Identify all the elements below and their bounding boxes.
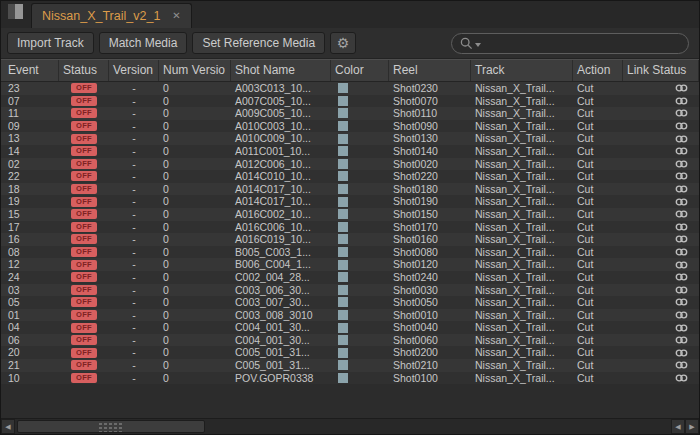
reel-cell[interactable]: Shot0050 [389, 296, 471, 309]
color-swatch[interactable] [338, 272, 348, 282]
status-badge[interactable]: OFF [71, 260, 97, 270]
scroll-left-button-2[interactable]: ◀ [671, 419, 685, 434]
color-swatch[interactable] [338, 83, 348, 93]
column-header-event[interactable]: Event [1, 60, 59, 81]
close-icon[interactable]: ✕ [172, 11, 180, 21]
search-filter-dropdown-icon[interactable] [475, 43, 481, 47]
horizontal-scrollbar[interactable]: ◀ ◀ ▶ [1, 418, 699, 434]
reel-cell[interactable]: Shot0230 [389, 82, 471, 95]
link-icon[interactable] [675, 171, 688, 181]
link-icon[interactable] [675, 108, 688, 118]
table-row[interactable]: 05 OFF - 0 C003_007_30... Shot0050 Nissa… [1, 296, 699, 309]
column-header-status[interactable]: Status [59, 60, 109, 81]
table-row[interactable]: 18 OFF - 0 A014C017_10... Shot0180 Nissa… [1, 183, 699, 196]
reel-cell[interactable]: Shot0160 [389, 233, 471, 246]
color-swatch[interactable] [338, 373, 348, 383]
shot-name-cell[interactable]: C005_001_31... [231, 359, 331, 372]
version-cell[interactable]: - [109, 82, 159, 95]
table-row[interactable]: 04 OFF - 0 C004_001_30... Shot0040 Nissa… [1, 321, 699, 334]
status-badge[interactable]: OFF [71, 272, 97, 282]
status-badge[interactable]: OFF [71, 134, 97, 144]
version-cell[interactable]: - [109, 271, 159, 284]
version-cell[interactable]: - [109, 183, 159, 196]
table-row[interactable]: 07 OFF - 0 A007C005_10... Shot0070 Nissa… [1, 95, 699, 108]
color-swatch[interactable] [338, 260, 348, 270]
status-badge[interactable]: OFF [71, 159, 97, 169]
scrollbar-thumb[interactable] [17, 420, 205, 433]
link-icon[interactable] [675, 297, 688, 307]
link-icon[interactable] [675, 348, 688, 358]
shot-name-cell[interactable]: C002_004_28... [231, 271, 331, 284]
version-cell[interactable]: - [109, 246, 159, 259]
shot-name-cell[interactable]: A016C019_10... [231, 233, 331, 246]
version-cell[interactable]: - [109, 221, 159, 234]
reel-cell[interactable]: Shot0020 [389, 158, 471, 171]
color-swatch[interactable] [338, 285, 348, 295]
column-header-num-versions[interactable]: Num Versio [159, 60, 231, 81]
reel-cell[interactable]: Shot0090 [389, 120, 471, 133]
link-icon[interactable] [675, 159, 688, 169]
table-row[interactable]: 01 OFF - 0 C003_008_3010 Shot0010 Nissan… [1, 309, 699, 322]
set-reference-media-button[interactable]: Set Reference Media [192, 32, 325, 54]
shot-name-cell[interactable]: A011C001_10... [231, 145, 331, 158]
version-cell[interactable]: - [109, 296, 159, 309]
status-badge[interactable]: OFF [71, 310, 97, 320]
status-badge[interactable]: OFF [71, 83, 97, 93]
table-row[interactable]: 15 OFF - 0 A016C002_10... Shot0150 Nissa… [1, 208, 699, 221]
version-cell[interactable]: - [109, 309, 159, 322]
color-swatch[interactable] [338, 108, 348, 118]
shot-name-cell[interactable]: A007C005_10... [231, 95, 331, 108]
search-box[interactable] [451, 33, 689, 54]
reel-cell[interactable]: Shot0030 [389, 284, 471, 297]
reel-cell[interactable]: Shot0040 [389, 321, 471, 334]
column-header-link-status[interactable]: Link Status [623, 60, 699, 81]
shot-name-cell[interactable]: C003_006_30... [231, 284, 331, 297]
version-cell[interactable]: - [109, 195, 159, 208]
color-swatch[interactable] [338, 222, 348, 232]
color-swatch[interactable] [338, 184, 348, 194]
reel-cell[interactable]: Shot0080 [389, 246, 471, 259]
version-cell[interactable]: - [109, 334, 159, 347]
color-swatch[interactable] [338, 348, 348, 358]
match-media-button[interactable]: Match Media [99, 32, 188, 54]
table-row[interactable]: 21 OFF - 0 C005_001_31... Shot0210 Nissa… [1, 359, 699, 372]
table-row[interactable]: 20 OFF - 0 C005_001_31... Shot0200 Nissa… [1, 346, 699, 359]
color-swatch[interactable] [338, 146, 348, 156]
reel-cell[interactable]: Shot0110 [389, 107, 471, 120]
table-row[interactable]: 12 OFF - 0 B006_C004_1... Shot0120 Nissa… [1, 258, 699, 271]
shot-name-cell[interactable]: C004_001_30... [231, 321, 331, 334]
link-icon[interactable] [675, 310, 688, 320]
shot-name-cell[interactable]: A016C006_10... [231, 221, 331, 234]
reel-cell[interactable]: Shot0180 [389, 183, 471, 196]
shot-name-cell[interactable]: A009C005_10... [231, 107, 331, 120]
table-row[interactable]: 02 OFF - 0 A012C006_10... Shot0020 Nissa… [1, 158, 699, 171]
version-cell[interactable]: - [109, 284, 159, 297]
version-cell[interactable]: - [109, 346, 159, 359]
table-row[interactable]: 17 OFF - 0 A016C006_10... Shot0170 Nissa… [1, 221, 699, 234]
reel-cell[interactable]: Shot0190 [389, 195, 471, 208]
status-badge[interactable]: OFF [71, 360, 97, 370]
column-header-color[interactable]: Color [331, 60, 389, 81]
reel-cell[interactable]: Shot0220 [389, 170, 471, 183]
status-badge[interactable]: OFF [71, 335, 97, 345]
table-row[interactable]: 23 OFF - 0 A003C013_10... Shot0230 Nissa… [1, 82, 699, 95]
shot-name-cell[interactable]: POV.GOPR0338 [231, 372, 331, 385]
scroll-right-button[interactable]: ▶ [685, 419, 699, 434]
column-header-version[interactable]: Version [109, 60, 159, 81]
status-badge[interactable]: OFF [71, 121, 97, 131]
color-swatch[interactable] [338, 297, 348, 307]
reel-cell[interactable]: Shot0170 [389, 221, 471, 234]
shot-name-cell[interactable]: A014C010_10... [231, 170, 331, 183]
status-badge[interactable]: OFF [71, 247, 97, 257]
status-badge[interactable]: OFF [71, 285, 97, 295]
reel-cell[interactable]: Shot0240 [389, 271, 471, 284]
link-icon[interactable] [675, 146, 688, 156]
version-cell[interactable]: - [109, 372, 159, 385]
reel-cell[interactable]: Shot0120 [389, 258, 471, 271]
table-row[interactable]: 10 OFF - 0 POV.GOPR0338 Shot0100 Nissan_… [1, 372, 699, 385]
color-swatch[interactable] [338, 209, 348, 219]
table-row[interactable]: 08 OFF - 0 B005_C003_1... Shot0080 Nissa… [1, 246, 699, 259]
column-header-shot-name[interactable]: Shot Name [231, 60, 331, 81]
reel-cell[interactable]: Shot0130 [389, 132, 471, 145]
scrollbar-track[interactable] [15, 419, 671, 434]
